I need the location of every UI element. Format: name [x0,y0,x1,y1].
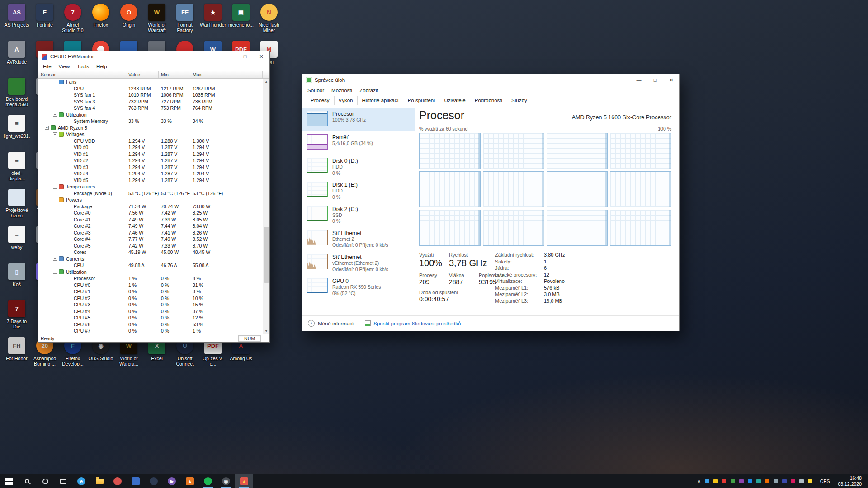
taskbar-app-blue-icon[interactable] [127,474,145,488]
hwmonitor-titlebar[interactable]: CPUID HWMonitor —□× [38,51,269,62]
menu-view[interactable]: View [55,63,74,70]
desktop-icon-format-factory[interactable]: FFFormat Factory [172,4,198,33]
desktop-icon-mereneho[interactable]: ▤mereneho... [228,4,254,28]
collapse-expander-icon[interactable]: − [53,185,57,189]
desktop-icon-atmel-studio-7-0[interactable]: 7Atmel Studio 7.0 [60,4,86,33]
sensor-row-cpu-6[interactable]: CPU #60 %0 %53 % [38,321,263,328]
tab-po-spu-t-n[interactable]: Po spuštění [403,96,440,105]
tab-v-kon[interactable]: Výkon [334,96,358,105]
tab-u-ivatel[interactable]: Uživatelé [439,96,470,105]
sensor-row-core-3[interactable]: Core #37.46 W7.41 W8.26 W [38,230,263,236]
tray-icon-6[interactable] [748,479,752,483]
tray-icon-13[interactable] [808,479,812,483]
sensor-row-core-5[interactable]: Core #57.42 W7.33 W8.70 W [38,243,263,249]
sensor-group-amd-ryzen-5[interactable]: −AMD Ryzen 5 [38,125,263,131]
scroll-down-icon[interactable]: ▼ [265,328,268,334]
sensor-row-core-0[interactable]: Core #07.56 W7.42 W8.25 W [38,210,263,216]
tray-icon-8[interactable] [765,479,769,483]
desktop-icon-for-honor[interactable]: FHFor Honor [4,337,30,361]
tray-icon-7[interactable] [756,479,761,483]
tray-icon-2[interactable] [713,479,718,483]
column-header-value[interactable]: Value [126,71,159,78]
sensor-row-core-2[interactable]: Core #27.49 W7.44 W8.04 W [38,223,263,230]
column-header-max[interactable]: Max [190,71,263,78]
sensor-group-utilization[interactable]: −Utilization [38,112,263,118]
perf-sidebar-gpu-0-radeon-rx-590-series[interactable]: GPU 0Radeon RX 590 Series0% (52 °C) [302,275,415,299]
collapse-expander-icon[interactable]: − [45,126,49,130]
sensor-group-temperatures[interactable]: −Temperatures [38,183,263,190]
taskbar-app-red-icon[interactable] [108,474,127,488]
sensor-row-cpu[interactable]: CPU49.88 A46.76 A55.08 A [38,262,263,269]
collapse-expander-icon[interactable]: − [53,270,57,274]
tray-icon-12[interactable] [799,479,804,483]
sensor-row-vid-2[interactable]: VID #21.294 V1.287 V1.294 V [38,157,263,164]
sensor-row-core-4[interactable]: Core #47.77 W7.49 W8.52 W [38,236,263,243]
desktop-icon-light-ws281[interactable]: ≡light_ws281... [4,115,30,139]
tab-procesy[interactable]: Procesy [306,96,334,105]
perf-sidebar-s-ethernet-vethernet-ethernet-2[interactable]: Síť EthernetvEthernet (Ethernet 2)Odesíl… [302,251,415,275]
start-button[interactable] [0,474,18,488]
sensor-row-vid-4[interactable]: VID #41.294 V1.287 V1.294 V [38,170,263,177]
sensor-row-package-node-0[interactable]: Package (Node 0)53 °C (126 °F)53 °C (126… [38,190,263,197]
sensor-row-cpu-5[interactable]: CPU #50 %0 %12 % [38,314,263,321]
edge-icon[interactable]: e [72,474,90,488]
sensor-row-cpu-4[interactable]: CPU #40 %0 %37 % [38,308,263,315]
language-indicator[interactable]: CES [816,474,834,488]
file-explorer-icon[interactable] [90,474,108,488]
sensor-group-powers[interactable]: −Powers [38,197,263,203]
hwmonitor-minimize-button[interactable]: — [221,51,237,62]
show-desktop-button[interactable] [866,474,868,488]
sensor-row-system-memory[interactable]: System Memory33 %33 %34 % [38,118,263,125]
sensor-row-cpu-3[interactable]: CPU #30 %0 %15 % [38,301,263,308]
sensor-row-processor[interactable]: Processor1 %0 %8 % [38,275,263,282]
spotify-icon[interactable] [199,474,217,488]
desktop-icon-oled-displa[interactable]: ≡oled-displa... [4,152,30,181]
tray-icon-4[interactable] [731,479,735,483]
tray-icon-3[interactable] [722,479,726,483]
sensor-row-vid-5[interactable]: VID #51.294 V1.287 V1.294 V [38,177,263,184]
sensor-row-package[interactable]: Package71.34 W70.74 W73.80 W [38,203,263,210]
collapse-expander-icon[interactable]: − [53,257,57,261]
resource-monitor-link[interactable]: Spustit program Sledování prostředků [373,321,461,326]
collapse-expander-icon[interactable]: − [53,198,57,202]
tray-icon-10[interactable] [782,479,787,483]
hidden-icons-chevron-icon[interactable]: ∧ [698,479,701,483]
desktop-icon-weby[interactable]: ≡weby [4,226,30,250]
clock[interactable]: 16:48 03.12.2020 [834,474,866,488]
sensor-row-sys-fan-1[interactable]: SYS fan 11010 RPM1006 RPM1035 RPM [38,92,263,99]
perf-sidebar-procesor-100-3-78-ghz[interactable]: Procesor100% 3,78 GHz [302,108,415,131]
sensor-row-sys-fan-4[interactable]: SYS fan 4763 RPM753 RPM764 RPM [38,105,263,112]
desktop-icon-projektov-zen[interactable]: Projektové řízení [4,189,30,218]
task-manager-minimize-button[interactable]: — [631,74,647,86]
task-view-button[interactable] [54,474,72,488]
column-header-min[interactable]: Min [159,71,190,78]
sensor-row-cpu-0[interactable]: CPU #01 %0 %31 % [38,282,263,289]
menu-soubor[interactable]: Soubor [304,87,328,94]
hwmonitor-taskbar-icon[interactable]: ▲ [235,474,253,488]
less-info-button[interactable]: Méně informací [318,321,354,326]
sensor-group-utilization[interactable]: −Utilization [38,269,263,276]
sensor-row-cpu[interactable]: CPU1248 RPM1217 RPM1267 RPM [38,85,263,92]
menu-help[interactable]: Help [93,63,111,70]
collapse-expander-icon[interactable]: − [53,80,57,84]
tab-podrobnosti[interactable]: Podrobnosti [470,96,507,105]
desktop-icon-origin[interactable]: OOrigin [116,4,142,28]
perf-sidebar-s-ethernet-ethernet-2[interactable]: Síť EthernetEthernet 2Odesílání: 0 Příje… [302,227,415,251]
column-header-sensor[interactable]: Sensor [38,71,126,78]
sensor-row-vid-0[interactable]: VID #01.294 V1.287 V1.294 V [38,144,263,151]
sensor-row-core-1[interactable]: Core #17.49 W7.39 W8.05 W [38,216,263,223]
scrollbar-thumb[interactable] [264,227,269,283]
sensor-row-cpu-vdd[interactable]: CPU VDD1.294 V1.288 V1.300 V [38,138,263,145]
task-manager-titlebar[interactable]: Správce úloh —□× [302,74,679,86]
taskbar-app-media-icon[interactable]: ▶ [163,474,181,488]
perf-sidebar-disk-1-e-hdd[interactable]: Disk 1 (E:)HDD0 % [302,179,415,203]
sensor-group-fans[interactable]: −Fans [38,79,263,85]
sensor-row-cpu-7[interactable]: CPU #70 %0 %1 % [38,328,263,334]
sensor-group-voltages[interactable]: −Voltages [38,131,263,138]
tray-icon-9[interactable] [774,479,778,483]
obs-icon[interactable]: ◉ [217,474,235,488]
sensor-row-sys-fan-3[interactable]: SYS fan 3732 RPM727 RPM738 RPM [38,99,263,105]
tab-slu-by[interactable]: Služby [507,96,532,105]
desktop-icon-avrdude[interactable]: AAVRdude [4,41,30,65]
perf-sidebar-pam-5-4-16-0-gb-34[interactable]: Paměť5,4/16,0 GB (34 %) [302,131,415,155]
